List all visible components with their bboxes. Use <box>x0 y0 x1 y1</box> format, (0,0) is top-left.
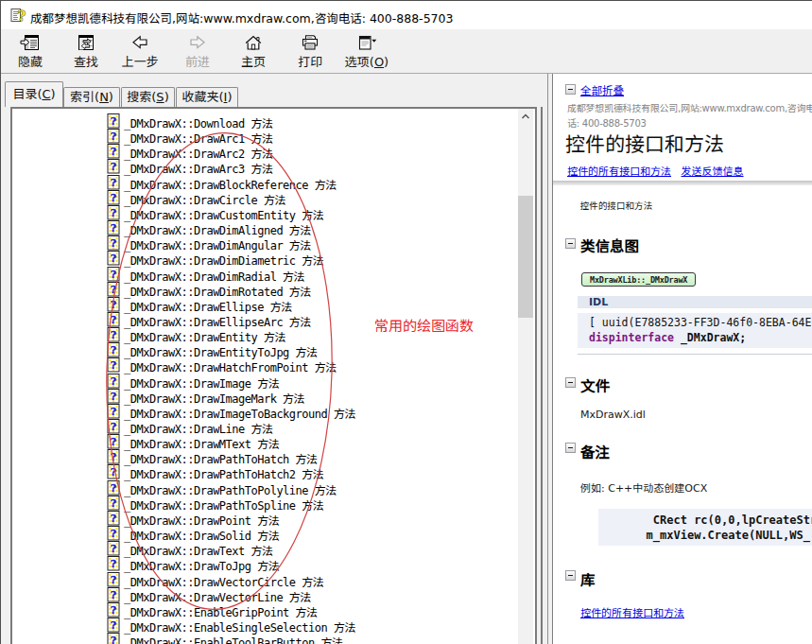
tree-scrollbar[interactable] <box>518 109 533 644</box>
help-topic-icon: ? <box>107 572 120 587</box>
all-interfaces-link[interactable]: 控件的所有接口和方法 <box>567 165 671 178</box>
tree-item-label: _DMxDrawX::DrawBlockReference 方法 <box>124 176 337 192</box>
company-info: 成都梦想凯德科技有限公司,网站:www.mxdraw.com,咨询电 话: 40… <box>567 101 812 131</box>
splitter[interactable] <box>541 107 543 644</box>
svg-text:?: ? <box>111 222 116 235</box>
svg-text:?: ? <box>111 298 116 310</box>
svg-text:?: ? <box>18 8 26 25</box>
help-topic-icon: ? <box>107 404 120 419</box>
tab-index[interactable]: 索引(N) <box>63 87 120 107</box>
tree-item-label: _DMxDrawX::EnableGripPoint 方法 <box>124 603 318 619</box>
tree-item-label: _DMxDrawX::DrawSolid 方法 <box>124 527 279 543</box>
section-collapse-icon[interactable] <box>565 570 576 581</box>
tree-item-label: _DMxDrawX::DrawText 方法 <box>124 542 273 558</box>
options-icon <box>355 33 378 52</box>
title-bar: ? 成都梦想凯德科技有限公司,网站:www.mxdraw.com,咨询电话: 4… <box>1 1 812 29</box>
help-viewer-window: ? 成都梦想凯德科技有限公司,网站:www.mxdraw.com,咨询电话: 4… <box>0 0 812 644</box>
svg-text:?: ? <box>111 481 116 494</box>
home-button[interactable]: 主页 <box>227 30 280 72</box>
tree-item-label: _DMxDrawX::DrawCustomEntity 方法 <box>124 206 323 222</box>
svg-text:?: ? <box>111 558 116 570</box>
help-topic-icon: ? <box>107 496 120 511</box>
hide-button-label: 隐藏 <box>4 52 57 70</box>
collapse-all-icon[interactable] <box>565 84 576 95</box>
help-topic-icon: ? <box>107 342 120 357</box>
tree-item-label: _DMxDrawX::DrawDimAligned 方法 <box>124 221 311 237</box>
feedback-link[interactable]: 发送反馈信息 <box>682 165 744 178</box>
svg-text:?: ? <box>111 436 116 448</box>
svg-text:?: ? <box>111 405 116 417</box>
section-collapse-icon[interactable] <box>565 443 576 453</box>
tree-item-label: _DMxDrawX::DrawImageToBackground 方法 <box>124 405 355 421</box>
svg-text:?: ? <box>111 390 116 402</box>
header-links: 控件的所有接口和方法 发送反馈信息 <box>567 163 744 178</box>
idl-header: IDL <box>578 296 812 308</box>
remark-code: CRect rc(0,0,lpCreateStr m_mxView.Create… <box>598 509 812 546</box>
tree-item-label: _DMxDrawX::EnableSingleSelection 方法 <box>124 618 355 635</box>
help-topic-icon: ? <box>107 251 120 266</box>
intro-text: 控件的接口和方法 <box>580 199 652 212</box>
remark-example: 例如: C++中动态创建OCX <box>580 479 707 495</box>
tab-contents[interactable]: 目录(C) <box>5 81 63 107</box>
hide-button[interactable]: 隐藏 <box>4 30 57 72</box>
help-topic-icon: ? <box>107 205 120 220</box>
help-topic-icon: ? <box>107 480 120 496</box>
tree-item-label: _DMxDrawX::DrawLine 方法 <box>124 420 273 436</box>
forward-button[interactable]: 前进 <box>171 30 224 72</box>
section-collapse-icon[interactable] <box>565 238 576 249</box>
tree-item-label: _DMxDrawX::DrawEntity 方法 <box>124 328 285 344</box>
toolbar: 隐藏 查找 上一步 前进 <box>1 29 812 74</box>
help-topic-icon: ? <box>107 357 120 373</box>
help-topic-icon: ? <box>107 267 120 282</box>
help-topic-icon: ? <box>107 175 120 190</box>
section-title: 库 <box>580 568 596 589</box>
back-button[interactable]: 上一步 <box>113 30 166 72</box>
tab-favorites[interactable]: 收藏夹(I) <box>176 87 238 107</box>
tree-item-label: _DMxDrawX::DrawPathToHatch2 方法 <box>124 465 323 481</box>
tree-scrollbar-thumb[interactable] <box>518 196 533 318</box>
svg-text:?: ? <box>111 191 116 203</box>
help-topic-icon: ? <box>107 541 120 556</box>
help-topic-icon: ? <box>107 511 120 526</box>
svg-text:?: ? <box>111 329 116 341</box>
help-topic-icon: ? <box>107 419 120 434</box>
tree-item-label: _DMxDrawX::Download 方法 <box>124 114 273 131</box>
section-collapse-icon[interactable] <box>565 377 576 388</box>
tree-item-label: _DMxDrawX::DrawDimRadial 方法 <box>124 268 304 284</box>
svg-text:?: ? <box>111 635 116 644</box>
tree-item-label: _DMxDrawX::DrawToJpg 方法 <box>124 557 279 573</box>
tab-search[interactable]: 搜索(S) <box>121 87 175 107</box>
tree-item-label: _DMxDrawX::DrawVectorLine 方法 <box>124 588 311 604</box>
tree-item-label: _DMxDrawX::DrawMText 方法 <box>124 435 279 451</box>
tree-item-label: _DMxDrawX::DrawCircle 方法 <box>124 191 285 207</box>
svg-text:?: ? <box>111 421 116 433</box>
tree-item-label: _DMxDrawX::EnableToolBarButton 方法 <box>124 634 342 644</box>
print-button-label: 打印 <box>284 52 337 70</box>
tree-item-label: _DMxDrawX::DrawEllipse 方法 <box>124 298 292 314</box>
forward-arrow-icon <box>187 33 208 52</box>
print-button[interactable]: 打印 <box>284 30 337 72</box>
forward-button-label: 前进 <box>171 52 224 70</box>
svg-text:?: ? <box>111 283 116 295</box>
svg-text:?: ? <box>111 161 116 173</box>
tree-item-label: _DMxDrawX::DrawArc3 方法 <box>124 160 273 176</box>
help-topic-icon: ? <box>107 129 120 144</box>
scroll-up-icon[interactable] <box>518 109 533 125</box>
annotation-text: 常用的绘图函数 <box>374 315 474 335</box>
help-topic-icon: ? <box>107 526 120 541</box>
tree-item-label: _DMxDrawX::DrawDimDiametric 方法 <box>124 252 323 268</box>
idl-code: [ uuid(E7885233-FF3D-46f0-8EBA-64E dispi… <box>578 313 812 348</box>
help-topic-icon: ? <box>107 374 120 389</box>
help-topic-icon: ? <box>107 618 120 633</box>
options-button[interactable]: 选项(O) <box>337 30 396 72</box>
tree-item-label: _DMxDrawX::DrawEllipseArc 方法 <box>124 313 311 329</box>
tree-item-label: _DMxDrawX::DrawArc2 方法 <box>124 145 273 161</box>
class-box: MxDrawXLib::_DMxDrawX <box>581 272 696 287</box>
help-topic-icon: ? <box>107 235 120 251</box>
window-title: 成都梦想凯德科技有限公司,网站:www.mxdraw.com,咨询电话: 400… <box>30 9 453 26</box>
collapse-all-link[interactable]: 全部折叠 <box>580 82 624 97</box>
locate-button[interactable]: 查找 <box>60 30 112 72</box>
svg-text:?: ? <box>111 496 116 509</box>
svg-text:?: ? <box>111 603 116 616</box>
library-link[interactable]: 控件的所有接口和方法 <box>580 604 684 619</box>
